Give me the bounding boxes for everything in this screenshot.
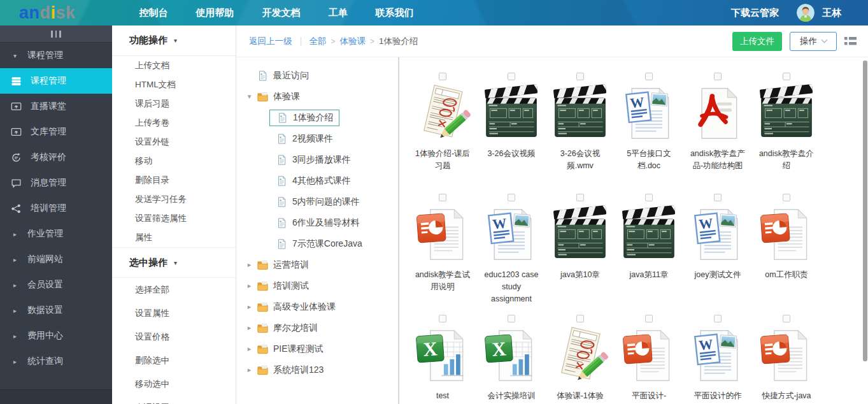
file-name[interactable]: java第10章 [551, 269, 609, 281]
file-cell[interactable]: andisk教学盘产品-功能结构图 [683, 73, 752, 194]
chevron-right-icon[interactable]: ▸ [245, 366, 253, 374]
file-checkbox[interactable] [645, 73, 653, 80]
tree-node[interactable]: ▸高级专业体验课 [236, 296, 398, 317]
file-cell[interactable]: andisk教学盘介绍 [752, 73, 821, 194]
ops-item-设置属性[interactable]: 设置属性 [135, 301, 236, 325]
user-avatar[interactable] [797, 4, 815, 22]
breadcrumb-part[interactable]: 体验课 [340, 36, 366, 47]
file-checkbox[interactable] [576, 73, 584, 80]
ops-item-移动选中[interactable]: 移动选中 [135, 372, 236, 396]
sidebar-item-0[interactable]: ▾课程管理 [0, 43, 112, 68]
file-checkbox[interactable] [508, 73, 515, 80]
sidebar-item-9[interactable]: ▸会员设置 [0, 272, 112, 298]
file-cell[interactable]: 5平台接口文档.doc [615, 73, 683, 194]
back-up-level-link[interactable]: 返回上一级 [249, 36, 292, 47]
file-name[interactable]: andisk教学盘产品-功能结构图 [689, 148, 746, 172]
file-checkbox[interactable] [783, 315, 790, 322]
file-name[interactable]: 会计实操培训 [483, 390, 540, 402]
ops-item-HTML文档[interactable]: HTML文档 [135, 75, 236, 94]
file-checkbox[interactable] [439, 315, 446, 322]
file-cell[interactable]: java第10章 [546, 194, 615, 315]
sidebar-item-3[interactable]: 文库管理 [0, 119, 112, 145]
ops-item-设置价格[interactable]: 设置价格 [135, 325, 236, 349]
sidebar-item-8[interactable]: ▸前端网站 [0, 247, 112, 272]
file-name[interactable]: joey测试文件 [689, 269, 746, 281]
tree-node[interactable]: 最近访问 [236, 65, 398, 86]
file-checkbox[interactable] [645, 194, 653, 201]
file-name[interactable]: 3-26会议视频.wmv [551, 148, 609, 172]
ops-item-属性[interactable]: 属性 [135, 228, 236, 247]
file-cell[interactable]: joey测试文件 [683, 194, 752, 315]
file-cell[interactable]: 快捷方式-java [752, 315, 821, 404]
file-checkbox[interactable] [714, 315, 722, 322]
tree-node[interactable]: 7示范课CoreJava [236, 233, 398, 254]
ops-item-上课设置[interactable]: 上课设置 [135, 396, 236, 404]
file-name[interactable]: 平面设计- [620, 390, 678, 402]
file-name[interactable]: educ1203 case study assignment [483, 269, 540, 305]
file-name[interactable]: 1体验介绍-课后习题 [414, 148, 471, 172]
file-name[interactable]: 平面设计的作 [689, 390, 746, 402]
action-dropdown-button[interactable]: 操作 [790, 32, 837, 51]
tree-node[interactable]: ▸系统培训123 [236, 359, 398, 380]
file-cell[interactable]: 3-26会议视频 [477, 73, 546, 194]
tree-node[interactable]: ▸PIE课程测试 [236, 338, 398, 359]
file-checkbox[interactable] [576, 315, 584, 322]
upload-file-button[interactable]: 上传文件 [732, 32, 782, 51]
chevron-down-icon[interactable]: ▾ [245, 92, 253, 101]
file-cell[interactable]: andisk教学盘试用说明 [408, 194, 477, 315]
file-checkbox[interactable] [714, 194, 722, 201]
ops-item-设置筛选属性[interactable]: 设置筛选属性 [135, 209, 236, 228]
list-view-toggle-icon[interactable] [844, 36, 857, 46]
file-cell[interactable]: 会计实操培训 [477, 315, 546, 404]
ops-section-header[interactable]: 选中操作▾ [112, 247, 236, 278]
vertical-scrollbar[interactable] [863, 61, 867, 361]
file-cell[interactable]: 体验课-1体验 [546, 315, 615, 404]
chevron-right-icon[interactable]: ▸ [245, 282, 253, 290]
ops-item-删除选中[interactable]: 删除选中 [135, 349, 236, 372]
file-name[interactable]: 体验课-1体验 [551, 390, 609, 402]
file-checkbox[interactable] [439, 194, 446, 201]
tree-node[interactable]: 1体验介绍 [236, 107, 398, 128]
file-cell[interactable]: om工作职责 [752, 194, 821, 315]
sidebar-item-5[interactable]: 消息管理 [0, 170, 112, 196]
sidebar-item-4[interactable]: 考核评价 [0, 145, 112, 170]
file-cell[interactable]: 平面设计的作 [683, 315, 752, 404]
ops-item-设置外链[interactable]: 设置外链 [135, 133, 236, 152]
file-cell[interactable]: 平面设计- [615, 315, 683, 404]
file-checkbox[interactable] [576, 194, 584, 201]
file-checkbox[interactable] [714, 73, 722, 80]
download-cloud-manager-link[interactable]: 下载云管家 [731, 7, 779, 19]
chevron-right-icon[interactable]: ▸ [245, 261, 253, 269]
ops-item-删除目录[interactable]: 删除目录 [135, 171, 236, 190]
nav-item-5[interactable]: 联系我们 [376, 7, 414, 19]
tree-node[interactable]: 4其他格式课件 [236, 170, 398, 191]
file-cell[interactable]: java第11章 [615, 194, 683, 315]
file-name[interactable]: andisk教学盘介绍 [758, 148, 815, 172]
file-name[interactable]: 3-26会议视频 [483, 148, 540, 160]
file-name[interactable]: java第11章 [620, 269, 678, 281]
file-checkbox[interactable] [508, 194, 515, 201]
sidebar-item-12[interactable]: ▸统计查询 [0, 349, 112, 374]
brand-logo[interactable]: andisk [19, 1, 76, 25]
tree-node[interactable]: 3同步播放课件 [236, 149, 398, 170]
file-name[interactable]: test [414, 390, 471, 402]
nav-item-2[interactable]: 使用帮助 [196, 7, 234, 19]
tree-node[interactable]: ▸摩尔龙培训 [236, 317, 398, 338]
file-checkbox[interactable] [783, 194, 790, 201]
ops-item-上传文档[interactable]: 上传文档 [135, 56, 236, 75]
file-checkbox[interactable] [508, 315, 515, 322]
nav-item-4[interactable]: 工单 [329, 7, 348, 19]
file-name[interactable]: 快捷方式-java [758, 390, 815, 402]
sidebar-item-11[interactable]: ▸费用中心 [0, 323, 112, 349]
sidebar-item-1[interactable]: 课程管理 [0, 68, 112, 94]
tree-node[interactable]: 2视频课件 [236, 128, 398, 149]
sidebar-item-6[interactable]: 培训管理 [0, 196, 112, 221]
file-checkbox[interactable] [783, 73, 790, 80]
file-cell[interactable]: 1体验介绍-课后习题 [408, 73, 477, 194]
file-cell[interactable]: educ1203 case study assignment [477, 194, 546, 315]
ops-section-header[interactable]: 功能操作▾ [112, 25, 236, 56]
ops-item-课后习题[interactable]: 课后习题 [135, 94, 236, 113]
chevron-right-icon[interactable]: ▸ [245, 345, 253, 353]
tree-node[interactable]: ▾体验课 [236, 86, 398, 107]
chevron-right-icon[interactable]: ▸ [245, 324, 253, 332]
